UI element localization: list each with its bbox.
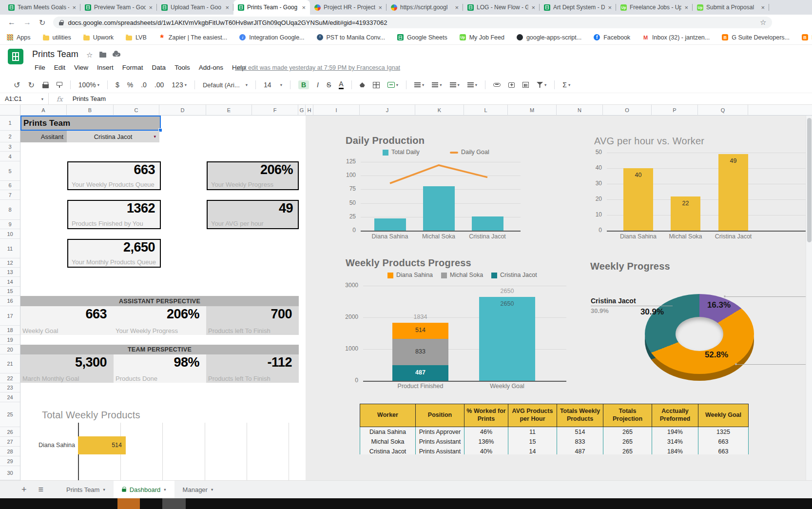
browser-tab[interactable]: Prints Team - Goog× [233,0,310,15]
chevron-down-icon[interactable]: ▾ [164,487,166,492]
row-header-5[interactable]: 5 [0,161,20,181]
format-currency-button[interactable]: $ [116,81,119,89]
row-header-11[interactable]: 11 [0,239,20,258]
functions-button[interactable]: Σ▾ [562,81,570,89]
row-header-21[interactable]: 21 [0,354,20,373]
column-header-D[interactable]: D [159,105,206,116]
url-text[interactable]: docs.google.com/spreadsheets/d/1w1AKtVmV… [68,19,755,26]
sheet-tab-dashboard[interactable]: Dashboard▾ [114,481,174,498]
column-header-G[interactable]: G [298,105,306,116]
row-header-22[interactable]: 22 [0,373,20,383]
bookmark-item[interactable]: My Tech Blog: Dow [802,34,812,41]
section-stat-cell[interactable]: 5,300March Monthly Goal [20,354,114,383]
row-header-19[interactable]: 19 [0,335,20,345]
paint-format-button[interactable] [57,82,62,88]
insert-comment-button[interactable] [508,82,515,88]
move-to-folder-icon[interactable] [99,53,106,58]
row-header-12[interactable]: 12 [0,258,20,268]
merge-cells-button[interactable]: ▾ [387,82,398,88]
reload-button[interactable]: ↻ [39,18,45,27]
browser-tab[interactable]: Team Meets Goals -× [4,0,80,15]
browser-tab[interactable]: Freelance Jobs - Up× [616,0,693,15]
menu-edit[interactable]: Edit [50,62,70,73]
selected-range-A1-C1[interactable]: Prints Team [20,116,161,131]
row-header-23[interactable]: 23 [0,383,20,392]
assistant-dropdown-cell[interactable]: Cristina Jacot ▾ [67,131,159,142]
sheet-tab-prints-team[interactable]: Prints Team▾ [58,481,114,498]
close-icon[interactable]: × [72,4,76,11]
italic-button[interactable]: I [317,81,319,89]
kpi-card[interactable]: 663Your Weekly Products Queue [67,161,161,190]
select-all-corner[interactable] [0,105,20,115]
dropdown-arrow-icon[interactable]: ▾ [154,134,156,139]
sheet-canvas[interactable]: Prints Team Assitant Cristina Jacot ▾ 66… [20,116,806,480]
fill-color-button[interactable] [360,82,365,87]
assistant-label-cell[interactable]: Assitant [20,131,67,142]
section-stat-cell[interactable]: 98%Products Done [114,354,206,383]
vertical-align-button[interactable]: ▾ [432,82,442,87]
sheets-logo[interactable] [8,49,23,64]
menu-tools[interactable]: Tools [170,62,194,73]
sheet-tab-manager[interactable]: Manager▾ [174,481,222,498]
close-icon[interactable]: × [608,4,612,11]
browser-tab[interactable]: Upload Team - Goo× [157,0,233,15]
zoom-select[interactable]: 100%▾ [78,81,99,89]
bookmark-item[interactable]: LVB [126,34,147,41]
insert-chart-button[interactable] [522,82,529,88]
document-title[interactable]: Prints Team [32,49,78,59]
section-stat-cell[interactable]: 700Products left To Finish [206,306,299,335]
column-header-K[interactable]: K [415,105,464,116]
redo-button[interactable]: ↻ [28,80,34,90]
close-icon[interactable]: × [302,4,306,11]
menu-file[interactable]: File [30,62,50,73]
column-header-N[interactable]: N [557,105,603,116]
row-header-15[interactable]: 15 [0,287,20,296]
last-edit-link[interactable]: Last edit was made yesterday at 7:59 PM … [235,64,400,71]
increase-decimals-button[interactable]: .00 [155,81,164,89]
strikethrough-button[interactable]: S [327,81,331,89]
kpi-card[interactable]: 206%Your Weekly Progress [207,161,299,190]
row-header-16[interactable]: 16 [0,296,20,306]
back-button[interactable]: ← [8,18,16,27]
column-header-M[interactable]: M [508,105,557,116]
font-select[interactable]: Default (Ari...▾ [203,81,248,89]
column-header-H[interactable]: H [306,105,313,116]
bookmark-item[interactable]: Facebook [594,34,630,41]
column-header-P[interactable]: P [652,105,698,116]
browser-tab[interactable]: https://script.googl× [387,0,463,15]
bookmark-item[interactable]: Inbox (32) - jantzen... [642,34,710,41]
row-header-17[interactable]: 17 [0,306,20,326]
bookmark-item[interactable]: google-apps-script... [517,34,581,41]
column-header-I[interactable]: I [313,105,360,116]
bookmark-item[interactable]: My Job Feed [460,34,504,41]
menu-view[interactable]: View [70,62,93,73]
kpi-card[interactable]: 2,650Your Monthly Products Queue [67,239,161,268]
bookmark-star-icon[interactable]: ☆ [760,18,766,27]
row-header-28[interactable]: 28 [0,447,20,456]
column-header-B[interactable]: B [67,105,114,116]
close-icon[interactable]: × [149,4,153,11]
row-header-27[interactable]: 27 [0,437,20,447]
row-header-10[interactable]: 10 [0,229,20,239]
name-box[interactable]: A1:C1 ▾ [0,93,49,104]
section-stat-cell[interactable]: 663Weekly Goal [20,306,114,335]
column-header-E[interactable]: E [206,105,252,116]
menu-add-ons[interactable]: Add-ons [194,62,228,73]
browser-tab[interactable]: Project HR - Project× [310,0,387,15]
row-header-26[interactable]: 26 [0,427,20,437]
all-sheets-button[interactable]: ≡ [39,485,44,495]
close-icon[interactable]: × [761,4,765,11]
font-size-select[interactable]: 14▾ [264,81,282,89]
browser-tab[interactable]: LOG - New Flow - G× [463,0,540,15]
bookmark-item[interactable]: Zapier | The easiest... [159,34,227,41]
more-formats-button[interactable]: 123▾ [172,81,187,89]
insert-link-button[interactable] [493,83,501,87]
row-header-4[interactable]: 4 [0,152,20,161]
kpi-card[interactable]: 1362Products Finished by You [67,200,161,229]
browser-tab[interactable]: Submit a Proposal× [693,0,769,15]
worker-table[interactable]: WorkerPosition% Worked for PrintsAVG Pro… [360,404,749,454]
bold-button[interactable]: B [298,80,309,89]
bookmark-item[interactable]: PST to Manila Conv... [317,34,385,41]
close-icon[interactable]: × [684,4,688,11]
url-bar[interactable]: docs.google.com/spreadsheets/d/1w1AKtVmV… [53,17,772,28]
